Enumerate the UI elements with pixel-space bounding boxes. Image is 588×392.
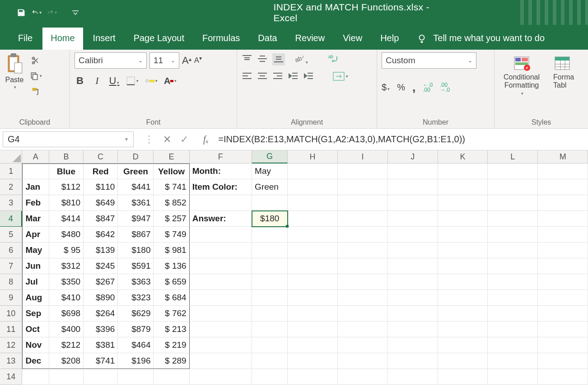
cell-H11[interactable] [288,322,338,337]
align-middle-icon[interactable] [257,54,268,65]
cell-C6[interactable]: $139 [84,243,118,258]
cell-A3[interactable]: Feb [22,195,49,211]
tell-me[interactable]: Tell me what you want to do [417,33,545,50]
align-bottom-icon[interactable] [272,53,285,65]
cell-J13[interactable] [388,353,438,369]
cell-D6[interactable]: $180 [118,243,154,258]
cell-C3[interactable]: $649 [84,195,118,211]
cell-B6[interactable]: $ 95 [49,243,84,258]
column-header-G[interactable]: G [252,150,288,163]
cell-L3[interactable] [488,195,538,211]
cell-H2[interactable] [288,179,338,195]
row-header-11[interactable]: 11 [0,322,22,337]
cell-J7[interactable] [388,258,438,274]
cell-E6[interactable]: $ 981 [154,243,189,258]
column-header-D[interactable]: D [118,150,154,163]
cell-F13[interactable] [190,353,252,369]
row-header-10[interactable]: 10 [0,306,22,322]
cell-I6[interactable] [338,243,388,258]
tab-review[interactable]: Review [287,28,333,50]
cell-D7[interactable]: $591 [118,258,154,274]
cell-L4[interactable] [488,211,538,227]
cell-F8[interactable] [190,274,252,290]
cell-A5[interactable]: Apr [22,227,49,243]
cell-I4[interactable] [338,211,388,227]
cell-C12[interactable]: $381 [84,337,118,353]
cell-K2[interactable] [438,179,488,195]
accounting-format-icon[interactable]: $▾ [382,82,390,93]
save-icon[interactable] [16,8,26,18]
tab-formulas[interactable]: Formulas [194,28,248,50]
cell-G12[interactable] [252,337,288,353]
tab-page-layout[interactable]: Page Layout [126,28,192,50]
cell-K4[interactable] [438,211,488,227]
cell-E8[interactable]: $ 659 [154,274,189,290]
cell-K10[interactable] [438,306,488,322]
cell-D1[interactable]: Green [118,163,154,179]
cell-L11[interactable] [488,322,538,337]
cell-C4[interactable]: $847 [84,211,118,227]
select-all-corner[interactable] [0,150,22,163]
row-header-9[interactable]: 9 [0,290,22,306]
cut-icon[interactable] [29,55,42,66]
cell-H10[interactable] [288,306,338,322]
cell-M9[interactable] [538,290,588,306]
enter-formula-icon[interactable]: ✓ [180,134,188,145]
cell-B2[interactable]: $112 [49,179,84,195]
cell-H14[interactable] [288,369,338,385]
cell-D13[interactable]: $196 [118,353,154,369]
cell-I5[interactable] [338,227,388,243]
cell-K14[interactable] [438,369,488,385]
cell-J5[interactable] [388,227,438,243]
cell-C1[interactable]: Red [84,163,118,179]
cell-L5[interactable] [488,227,538,243]
cell-H8[interactable] [288,274,338,290]
worksheet[interactable]: ABCDEFGHIJKLM1BlueRedGreenYellowMonth:Ma… [0,150,588,392]
align-left-icon[interactable] [242,71,252,82]
row-header-3[interactable]: 3 [0,195,22,211]
column-header-I[interactable]: I [338,150,388,163]
cell-B10[interactable]: $698 [49,306,84,322]
cell-J3[interactable] [388,195,438,211]
cell-G7[interactable] [252,258,288,274]
cell-E11[interactable]: $ 213 [154,322,189,337]
row-header-1[interactable]: 1 [0,163,22,179]
fx-icon[interactable]: fx [197,129,215,150]
comma-format-icon[interactable]: , [412,80,415,94]
cell-D4[interactable]: $947 [118,211,154,227]
cell-A14[interactable] [22,369,49,385]
italic-button[interactable]: I [92,75,103,87]
row-header-14[interactable]: 14 [0,369,22,385]
align-center-icon[interactable] [257,71,268,82]
tab-file[interactable]: File [10,28,41,50]
cell-I9[interactable] [338,290,388,306]
column-header-M[interactable]: M [538,150,588,163]
cell-L8[interactable] [488,274,538,290]
cell-A8[interactable]: Jul [22,274,49,290]
cell-I3[interactable] [338,195,388,211]
cell-K1[interactable] [438,163,488,179]
tab-view[interactable]: View [335,28,370,50]
cell-C2[interactable]: $110 [84,179,118,195]
cell-B5[interactable]: $480 [49,227,84,243]
cell-M3[interactable] [538,195,588,211]
cell-L9[interactable] [488,290,538,306]
cell-G10[interactable] [252,306,288,322]
cell-C10[interactable]: $264 [84,306,118,322]
cell-F5[interactable] [190,227,252,243]
cell-F9[interactable] [190,290,252,306]
cell-J11[interactable] [388,322,438,337]
cell-D5[interactable]: $867 [118,227,154,243]
cell-H3[interactable] [288,195,338,211]
cell-I1[interactable] [338,163,388,179]
cell-K6[interactable] [438,243,488,258]
cell-H6[interactable] [288,243,338,258]
cell-F1[interactable]: Month: [190,163,252,179]
redo-icon[interactable]: ▾ [47,8,57,18]
cell-K7[interactable] [438,258,488,274]
cell-J10[interactable] [388,306,438,322]
row-header-7[interactable]: 7 [0,258,22,274]
cell-B9[interactable]: $410 [49,290,84,306]
tab-data[interactable]: Data [250,28,285,50]
orientation-icon[interactable]: ab▾ [294,54,308,65]
